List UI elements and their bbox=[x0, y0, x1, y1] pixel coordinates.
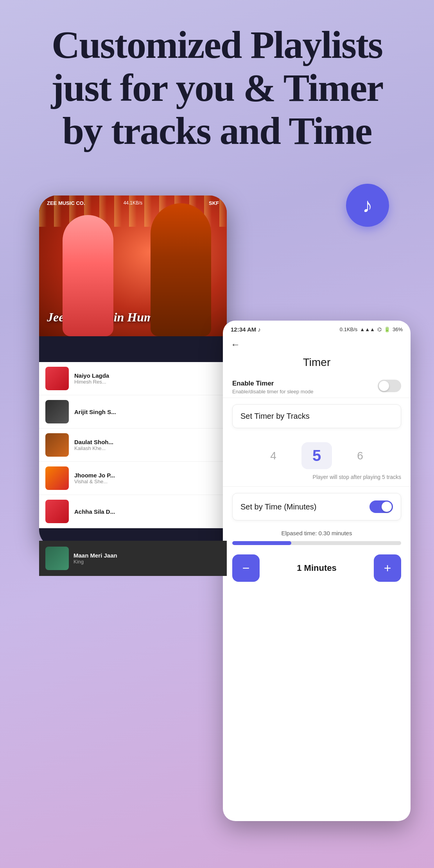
timer-panel: 12:34 AM ♪ 0.1KB/s ▲▲▲ ⌬ 🔋 36% ← Timer E… bbox=[223, 321, 411, 821]
track-thumbnail bbox=[45, 367, 69, 390]
minutes-control: − 1 Minutes + bbox=[232, 554, 401, 582]
figure-female bbox=[63, 215, 113, 336]
divider bbox=[223, 398, 411, 398]
set-tracks-box: Set Timer by Tracks bbox=[232, 404, 401, 428]
battery-percent: 36% bbox=[393, 326, 403, 332]
progress-bar-container bbox=[232, 541, 401, 545]
divider-2 bbox=[223, 486, 411, 487]
minutes-minus-button[interactable]: − bbox=[232, 554, 260, 582]
minutes-plus-button[interactable]: + bbox=[374, 554, 401, 582]
set-tracks-title: Set Timer by Tracks bbox=[240, 412, 393, 421]
status-music-note: ♪ bbox=[258, 326, 261, 333]
now-playing-info: Maan Meri Jaan King bbox=[74, 552, 221, 565]
number-picker: 4 5 6 bbox=[223, 434, 411, 472]
toggle-knob bbox=[379, 381, 389, 391]
now-playing-bar[interactable]: Maan Meri Jaan King bbox=[39, 541, 227, 576]
track-artist: Kailash Khe... bbox=[74, 445, 221, 451]
track-name: Naiyo Lagda bbox=[74, 372, 221, 379]
speed-indicator: 44.1KB/s bbox=[124, 200, 143, 206]
phone-left: ZEE MUSIC CO. SKF 44.1KB/s Jee Rahe Hain… bbox=[39, 195, 227, 547]
enable-timer-row: Enable Timer Enable/disable timer for sl… bbox=[223, 377, 411, 398]
track-info: Naiyo Lagda Himesh Res... bbox=[74, 372, 221, 385]
track-thumbnail bbox=[45, 466, 69, 490]
wifi-icon: ⌬ bbox=[377, 326, 382, 332]
hero-section: Customized Playlists just for you & Time… bbox=[0, 0, 434, 168]
status-speed: 0.1KB/s bbox=[340, 326, 358, 332]
signal-icon: ▲▲▲ bbox=[360, 326, 375, 332]
track-thumbnail bbox=[45, 500, 69, 523]
track-name: Arijit Singh S... bbox=[74, 409, 221, 415]
toggle-knob-2 bbox=[382, 502, 392, 512]
label-skf: SKF bbox=[209, 200, 219, 206]
track-name: Jhoome Jo P... bbox=[74, 472, 221, 479]
track-item[interactable]: Daulat Shoh... Kailash Khe... bbox=[39, 429, 227, 462]
number-picker-item-5[interactable]: 5 bbox=[301, 442, 332, 469]
track-info: Jhoome Jo P... Vishal & She... bbox=[74, 472, 221, 484]
track-thumbnail bbox=[45, 433, 69, 457]
music-note-icon: ♪ bbox=[362, 194, 373, 217]
music-badge: ♪ bbox=[346, 184, 389, 227]
status-time: 12:34 AM ♪ bbox=[231, 326, 261, 333]
figure-male bbox=[151, 203, 211, 336]
album-art: ZEE MUSIC CO. SKF 44.1KB/s Jee Rahe Hain… bbox=[39, 195, 227, 336]
track-item[interactable]: Jhoome Jo P... Vishal & She... bbox=[39, 462, 227, 495]
enable-timer-label: Enable Timer bbox=[232, 380, 313, 387]
track-artist: Vishal & She... bbox=[74, 479, 221, 484]
minutes-display: 1 Minutes bbox=[260, 563, 374, 573]
number-picker-item-6[interactable]: 6 bbox=[348, 445, 373, 467]
elapsed-text: Elpased time: 0.30 minutes bbox=[223, 527, 411, 541]
tracks-hint: Player will stop after playing 5 tracks bbox=[223, 472, 411, 486]
track-name: Daulat Shoh... bbox=[74, 439, 221, 445]
progress-bar-fill bbox=[232, 541, 291, 545]
status-icons: 0.1KB/s ▲▲▲ ⌬ 🔋 36% bbox=[340, 326, 403, 332]
now-playing-name: Maan Meri Jaan bbox=[74, 552, 221, 559]
track-info: Daulat Shoh... Kailash Khe... bbox=[74, 439, 221, 451]
number-picker-item-4[interactable]: 4 bbox=[261, 445, 286, 467]
now-playing-thumbnail bbox=[45, 547, 69, 570]
track-artist: Himesh Res... bbox=[74, 379, 221, 385]
set-time-toggle[interactable] bbox=[369, 500, 393, 513]
enable-timer-text: Enable Timer Enable/disable timer for sl… bbox=[232, 380, 313, 395]
track-info: Achha Sila D... bbox=[74, 508, 221, 515]
hero-title: Customized Playlists just for you & Time… bbox=[31, 23, 403, 152]
track-name: Achha Sila D... bbox=[74, 508, 221, 515]
track-item[interactable]: Achha Sila D... bbox=[39, 495, 227, 528]
track-info: Arijit Singh S... bbox=[74, 409, 221, 415]
track-thumbnail bbox=[45, 400, 69, 423]
enable-timer-toggle[interactable] bbox=[378, 380, 401, 392]
set-time-title: Set by Time (Minutes) bbox=[240, 502, 317, 511]
timer-title: Timer bbox=[223, 353, 411, 377]
battery-icon: 🔋 bbox=[384, 326, 390, 332]
set-time-box: Set by Time (Minutes) bbox=[232, 493, 401, 520]
status-time-value: 12:34 AM bbox=[231, 326, 256, 333]
track-item[interactable]: Arijit Singh S... bbox=[39, 395, 227, 429]
back-button[interactable]: ← bbox=[223, 336, 411, 353]
track-item[interactable]: Naiyo Lagda Himesh Res... bbox=[39, 362, 227, 395]
now-playing-artist: King bbox=[74, 559, 221, 565]
timer-status-bar: 12:34 AM ♪ 0.1KB/s ▲▲▲ ⌬ 🔋 36% bbox=[223, 321, 411, 336]
enable-timer-sublabel: Enable/disable timer for sleep mode bbox=[232, 389, 313, 395]
track-list: Naiyo Lagda Himesh Res... Arijit Singh S… bbox=[39, 362, 227, 528]
label-zee: ZEE MUSIC CO. bbox=[47, 200, 85, 206]
